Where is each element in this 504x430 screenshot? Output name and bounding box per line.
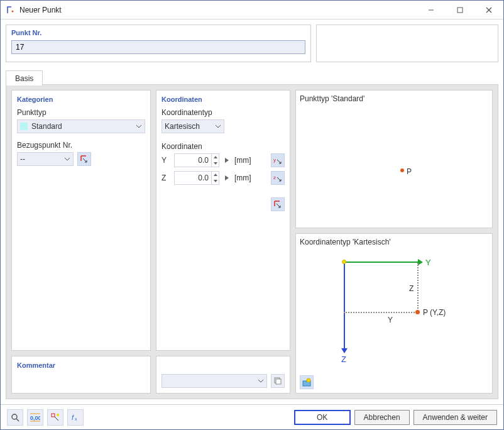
svg-rect-20 (52, 414, 55, 417)
coord-z-value: 0.0 (175, 174, 211, 182)
origin-dot-icon (342, 260, 346, 264)
app-icon (6, 5, 16, 15)
svg-text:0,00: 0,00 (30, 415, 40, 421)
tab-basis[interactable]: Basis (6, 70, 43, 85)
koord-preview-caption: Koordinatentyp 'Kartesisch' (300, 238, 488, 246)
bezugspunkt-value: -- (20, 155, 25, 163)
chevron-down-icon (136, 124, 142, 128)
coord-z-input[interactable]: 0.0 (174, 171, 219, 185)
kommentar-library-button[interactable] (271, 374, 285, 388)
preview-settings-button[interactable] (300, 375, 314, 389)
coord-row-z: Z 0.0 [mm] z (162, 171, 285, 185)
koordinatentyp-select[interactable]: Kartesisch (162, 119, 224, 133)
svg-text:z: z (273, 175, 276, 180)
mid-y-label: Y (388, 316, 393, 324)
punkttyp-swatch (20, 123, 28, 130)
expand-z-icon[interactable] (223, 175, 231, 180)
ok-button[interactable]: OK (294, 410, 351, 425)
axis-z-label: Z (162, 174, 170, 182)
koordinaten-box: Koordinaten Koordinatentyp Kartesisch Ko… (156, 90, 290, 351)
dash-vertical (417, 263, 419, 313)
koordinatentyp-value: Kartesisch (165, 122, 200, 131)
spin-up-icon[interactable] (212, 154, 219, 160)
content-area: Punkt Nr. Basis Kategorien Punkttyp Stan… (1, 19, 503, 404)
svg-point-0 (12, 10, 14, 12)
punkt-nr-group: Punkt Nr. (6, 25, 311, 62)
apply-next-button[interactable]: Anwenden & weiter (414, 410, 497, 425)
coord-z-spinner[interactable] (211, 172, 219, 184)
svg-line-16 (16, 419, 19, 421)
svg-line-3 (486, 8, 491, 13)
tool-snap-button[interactable] (47, 409, 63, 426)
spin-up-icon[interactable] (212, 172, 219, 178)
axis-y-line (344, 262, 419, 263)
spin-down-icon[interactable] (212, 178, 219, 184)
bezugspunkt-label: Bezugspunkt Nr. (17, 141, 145, 150)
tool-units-button[interactable]: 0,00 (27, 409, 43, 426)
axis-y-name: Y (425, 258, 431, 267)
axis-z-line (344, 262, 345, 350)
svg-line-4 (486, 8, 491, 13)
window-title: Neuer Punkt (19, 6, 417, 14)
dash-horizontal (344, 312, 419, 313)
svg-point-15 (12, 414, 17, 419)
arrow-down-icon (341, 348, 348, 353)
cancel-button[interactable]: Abbrechen (354, 410, 410, 425)
dialog-window: Neuer Punkt Punkt Nr. Basis (0, 0, 504, 430)
punkttyp-value: Standard (31, 122, 62, 131)
kommentar-box: Kommentar (11, 356, 151, 394)
coord-y-spinner[interactable] (211, 154, 219, 167)
pick-y-button[interactable]: y (271, 153, 285, 167)
preview-point-label: P (407, 167, 412, 176)
mid-z-label: Z (409, 284, 414, 293)
expand-y-icon[interactable] (223, 158, 231, 163)
minimize-button[interactable] (417, 1, 446, 19)
tool-search-button[interactable] (7, 409, 23, 426)
point-pyz-icon (415, 310, 420, 314)
spin-down-icon[interactable] (212, 160, 219, 167)
tool-formula-button[interactable]: fx (67, 409, 84, 426)
middle-column: Koordinaten Koordinatentyp Kartesisch Ko… (156, 90, 290, 394)
svg-text:f: f (72, 414, 74, 421)
footer: 0,00 fx OK Abbrechen Anwenden & weiter (1, 404, 503, 429)
titlebar: Neuer Punkt (1, 1, 503, 19)
koordinaten-sublabel: Koordinaten (162, 142, 285, 151)
coord-y-unit: [mm] (234, 156, 255, 165)
pick-z-button[interactable]: z (271, 171, 285, 185)
axis-y-label: Y (162, 156, 170, 165)
kategorien-heading: Kategorien (17, 96, 145, 103)
arrow-right-icon (418, 259, 423, 265)
blank-preview-top (316, 25, 498, 62)
coord-z-unit: [mm] (234, 174, 255, 182)
tab-strip: Basis (1, 65, 503, 85)
punkttyp-select[interactable]: Standard (17, 119, 145, 133)
coord-y-input[interactable]: 0.0 (174, 153, 219, 167)
chevron-down-icon (64, 157, 70, 161)
left-column: Kategorien Punkttyp Standard Bezugspunkt… (11, 90, 151, 394)
right-column: Punkttyp 'Standard' P Koordinatentyp 'Ka… (295, 90, 493, 394)
bezugspunkt-select[interactable]: -- (17, 152, 74, 166)
kommentar-combo[interactable] (162, 374, 267, 388)
punkt-nr-label: Punkt Nr. (11, 29, 305, 36)
pick-bezugspunkt-button[interactable] (77, 152, 91, 166)
svg-point-21 (57, 414, 59, 416)
tab-body: Kategorien Punkttyp Standard Bezugspunkt… (6, 85, 498, 399)
maximize-button[interactable] (446, 1, 474, 19)
punkttyp-preview: Punkttyp 'Standard' P (295, 90, 493, 228)
close-button[interactable] (474, 1, 503, 19)
coord-row-y: Y 0.0 [mm] y (162, 153, 285, 167)
kommentar-input-box (156, 356, 290, 394)
punkttyp-preview-caption: Punkttyp 'Standard' (300, 94, 488, 103)
koordinatentyp-label: Koordinatentyp (162, 108, 285, 117)
svg-point-14 (307, 378, 310, 382)
pick-point-button[interactable] (271, 197, 285, 211)
chevron-down-icon (258, 379, 264, 383)
chevron-down-icon (215, 124, 221, 128)
punkt-nr-input[interactable] (11, 40, 305, 54)
punkttyp-label: Punkttyp (17, 108, 145, 117)
svg-text:y: y (273, 157, 276, 163)
svg-text:x: x (75, 417, 77, 421)
preview-point-icon (400, 168, 404, 172)
svg-rect-2 (457, 8, 463, 13)
coord-y-value: 0.0 (175, 156, 211, 165)
